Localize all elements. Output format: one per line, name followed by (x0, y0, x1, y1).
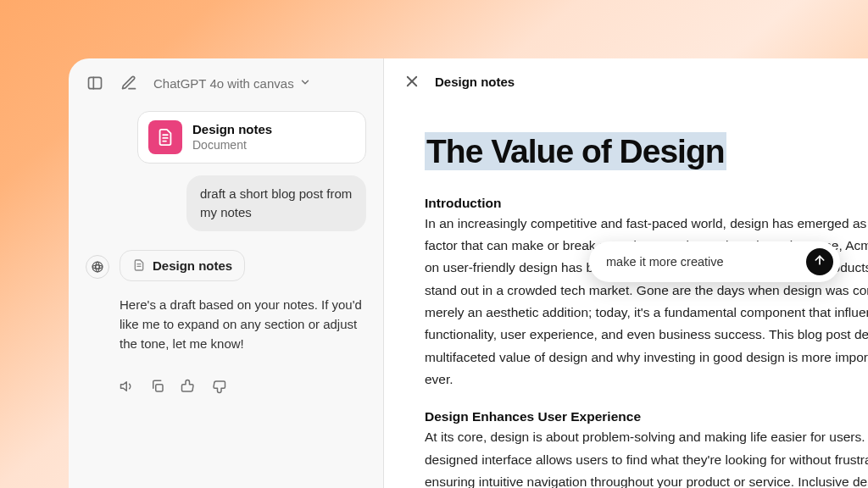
doc-paragraph-2: At its core, design is about problem-sol… (425, 426, 868, 488)
doc-paragraph-1: In an increasingly competitive and fast-… (425, 213, 868, 391)
chat-toolbar: ChatGPT 4o with canvas (69, 58, 383, 104)
file-title: Design notes (192, 122, 272, 138)
document-body[interactable]: The Value of Design Introduction In an i… (384, 103, 868, 488)
doc-subheading-2: Design Enhances User Experience (425, 409, 868, 424)
thumbs-down-icon[interactable] (211, 379, 226, 394)
arrow-up-icon (813, 253, 826, 270)
file-subtitle: Document (192, 138, 272, 153)
copy-icon[interactable] (150, 379, 165, 394)
canvas-title: Design notes (435, 75, 515, 89)
doc-heading-1[interactable]: The Value of Design (425, 133, 726, 169)
svg-point-6 (92, 262, 103, 272)
new-chat-icon[interactable] (120, 74, 138, 92)
doc-subheading-1: Introduction (425, 196, 868, 211)
chat-panel: ChatGPT 4o with canvas Design notes Docu… (69, 58, 384, 488)
user-message: draft a short blog post from my notes (186, 175, 366, 231)
collapse-sidebar-icon[interactable] (86, 74, 104, 92)
model-label: ChatGPT 4o with canvas (153, 76, 294, 91)
close-icon[interactable] (404, 74, 420, 89)
selection-edit-input[interactable] (589, 241, 840, 282)
user-message-text: draft a short blog post from my notes (200, 186, 352, 219)
attached-file-card[interactable]: Design notes Document (137, 111, 366, 164)
canvas-chip-label: Design notes (153, 258, 232, 273)
canvas-header: Design notes (384, 58, 868, 103)
document-icon (132, 258, 146, 272)
svg-marker-9 (121, 382, 127, 391)
assistant-avatar (86, 255, 109, 279)
svg-rect-0 (89, 77, 102, 88)
message-actions (120, 379, 366, 394)
canvas-reference-chip[interactable]: Design notes (120, 250, 245, 281)
read-aloud-icon[interactable] (120, 379, 135, 394)
file-meta: Design notes Document (192, 122, 272, 152)
assistant-row: Design notes Here's a draft based on you… (86, 250, 366, 354)
send-button[interactable] (806, 248, 833, 275)
app-window: ChatGPT 4o with canvas Design notes Docu… (69, 58, 868, 488)
chat-body: Design notes Document draft a short blog… (69, 104, 383, 394)
assistant-message: Here's a draft based on your notes. If y… (120, 295, 366, 354)
thumbs-up-icon[interactable] (181, 379, 196, 394)
selected-text: The Value of Design (425, 132, 726, 170)
model-picker[interactable]: ChatGPT 4o with canvas (153, 76, 311, 91)
chevron-down-icon (299, 76, 311, 91)
svg-rect-10 (156, 385, 163, 391)
document-icon (148, 120, 182, 154)
selection-edit-field[interactable] (606, 255, 798, 269)
